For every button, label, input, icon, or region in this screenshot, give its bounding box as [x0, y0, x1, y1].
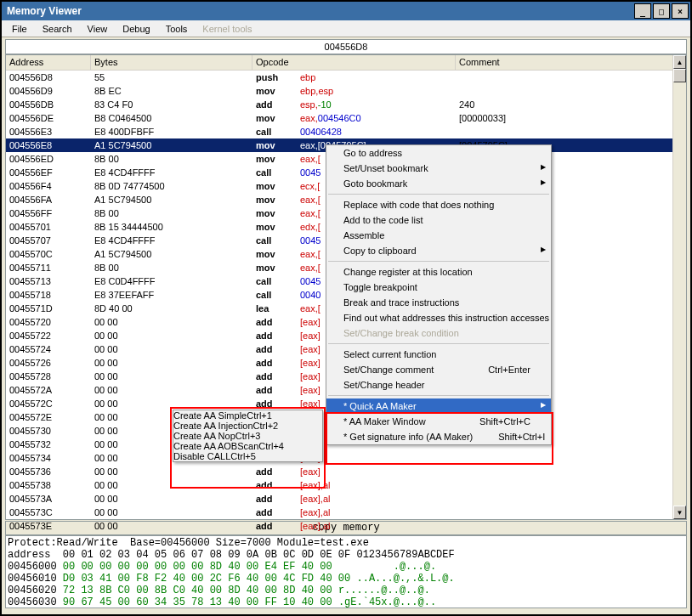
col-comment[interactable]: Comment [456, 55, 686, 70]
scroll-thumb[interactable] [673, 69, 686, 82]
disasm-row[interactable]: 004556D855pushebp [6, 71, 686, 84]
menu-tools[interactable]: Tools [159, 22, 195, 36]
menu-item[interactable]: Assemble [326, 228, 551, 243]
hex-header: Protect:Read/Write Base=00456000 Size=70… [8, 537, 684, 549]
submenu-item[interactable]: Disable CALLCtrl+5 [173, 451, 322, 461]
vertical-scrollbar[interactable]: ▲ ▼ [672, 55, 686, 519]
context-menu[interactable]: Go to addressSet/Unset bookmarkGoto book… [326, 144, 552, 445]
disasm-row[interactable]: 004556E3E8 400DFBFFcall00406428 [6, 125, 686, 138]
scroll-down-icon[interactable]: ▼ [673, 506, 686, 519]
submenu-item[interactable]: Create AA NopCtrl+3 [173, 431, 322, 441]
menu-item[interactable]: * AA Maker WindowShift+Ctrl+C [326, 414, 551, 429]
menu-item[interactable]: Set/Change commentCtrl+Enter [326, 362, 551, 377]
disasm-row[interactable]: 0045573600 00add[eax] [6, 465, 686, 478]
menu-kernel: Kernel tools [196, 22, 258, 36]
disasm-row[interactable]: 0045573A00 00add[eax],al [6, 492, 686, 506]
menu-view[interactable]: View [81, 22, 115, 36]
hex-line[interactable]: 00456000 00 00 00 00 00 00 00 00 8D 40 0… [8, 561, 684, 573]
menu-item[interactable]: Replace with code that does nothing [326, 197, 551, 212]
menu-item[interactable]: Go to address [326, 145, 551, 161]
col-address[interactable]: Address [6, 55, 91, 70]
quick-aa-submenu[interactable]: Create AA SimpleCtrl+1Create AA Injectio… [173, 410, 323, 462]
menu-item[interactable]: * Quick AA Maker [326, 398, 551, 414]
submenu-item[interactable]: Create AA AOBScanCtrl+4 [173, 441, 322, 451]
menu-file[interactable]: File [5, 22, 34, 36]
hex-col-header: address 00 01 02 03 04 05 06 07 08 09 0A… [8, 549, 684, 561]
titlebar[interactable]: Memory Viewer _ □ × [2, 2, 690, 20]
menu-item[interactable]: Break and trace instructions [326, 295, 551, 310]
menu-item[interactable]: Add to the code list [326, 212, 551, 228]
disasm-row[interactable]: 004556DEB8 C0464500moveax,004546C0[00000… [6, 111, 686, 125]
menu-item[interactable]: Find out what addresses this instruction… [326, 310, 551, 325]
col-opcode[interactable]: Opcode [252, 55, 456, 70]
menu-item[interactable]: Goto bookmark [326, 176, 551, 191]
column-headers: Address Bytes Opcode Comment [6, 55, 686, 71]
hex-line[interactable]: 00456010 D0 03 41 00 F8 F2 40 00 2C F6 4… [8, 573, 684, 585]
hex-line[interactable]: 00456020 72 13 8B C0 00 8B C0 40 00 8D 4… [8, 585, 684, 596]
hex-line[interactable]: 00456030 90 67 45 00 60 34 35 78 13 40 0… [8, 596, 684, 608]
disasm-row[interactable]: 0045573E00 00add[eax],al [6, 519, 686, 533]
disasm-row[interactable]: 004556D98B ECmovebp,esp [6, 84, 686, 98]
menubar: File Search View Debug Tools Kernel tool… [2, 20, 690, 37]
col-bytes[interactable]: Bytes [91, 55, 252, 70]
window-title: Memory Viewer [7, 5, 82, 17]
menu-item[interactable]: Copy to clipboard [326, 243, 551, 258]
menu-item: Set/Change break condition [326, 325, 551, 341]
hex-dump-pane[interactable]: Protect:Read/Write Base=00456000 Size=70… [5, 535, 687, 608]
menu-item[interactable]: Set/Unset bookmark [326, 161, 551, 176]
submenu-item[interactable]: Create AA InjectionCtrl+2 [173, 421, 322, 431]
maximize-button[interactable]: □ [653, 3, 670, 19]
menu-search[interactable]: Search [36, 22, 79, 36]
disasm-row[interactable]: 0045573C00 00add[eax],al [6, 506, 686, 519]
scroll-up-icon[interactable]: ▲ [673, 55, 686, 69]
disasm-row[interactable]: 004556DB83 C4 F0addesp,-10240 [6, 98, 686, 111]
menu-item[interactable]: Toggle breakpoint [326, 280, 551, 295]
menu-item[interactable]: Set/Change header [326, 377, 551, 393]
minimize-button[interactable]: _ [634, 3, 651, 19]
close-button[interactable]: × [672, 3, 689, 19]
address-header[interactable]: 004556D8 [5, 39, 687, 54]
menu-debug[interactable]: Debug [116, 22, 156, 36]
menu-item[interactable]: * Get signature info (AA Maker)Shift+Ctr… [326, 429, 551, 444]
submenu-item[interactable]: Create AA SimpleCtrl+1 [173, 410, 322, 421]
menu-item[interactable]: Change register at this location [326, 264, 551, 280]
menu-item[interactable]: Select current function [326, 347, 551, 362]
disasm-row[interactable]: 0045573800 00add[eax],al [6, 478, 686, 492]
disasm-row[interactable]: 0045573400 00add[eax] [6, 451, 686, 465]
